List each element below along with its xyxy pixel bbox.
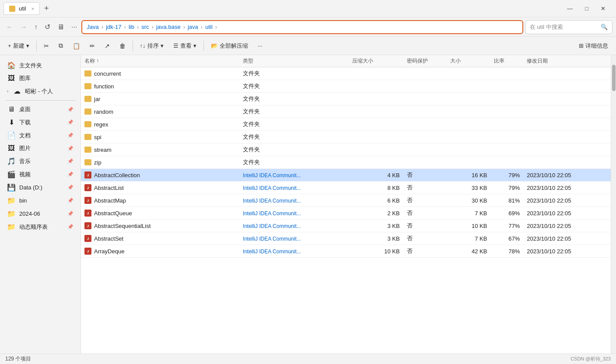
new-tab-button[interactable]: + (42, 3, 52, 14)
share-button[interactable]: ↗ (100, 41, 114, 51)
table-row[interactable]: J ArrayDeque IntelliJ IDEA Communit... 1… (81, 245, 611, 258)
col-header-size[interactable]: 大小 (447, 55, 490, 67)
file-name-cell: spi (81, 131, 239, 144)
table-row[interactable]: function 文件夹 (81, 80, 611, 93)
sidebar-item-pictures[interactable]: 🖼 图片 📌 (2, 142, 79, 154)
sidebar-item-dynamic[interactable]: 📁 动态顺序表 📌 (2, 220, 79, 233)
file-type-java: IntelliJ IDEA Communit... (243, 185, 301, 191)
sidebar-item-bin[interactable]: 📁 bin 📌 (2, 194, 79, 207)
rename-button[interactable]: ✏ (85, 41, 99, 51)
active-tab[interactable]: util × (4, 2, 40, 15)
breadcrumb-bar[interactable]: Java › jdk-17 › lib › src › java.base › … (81, 20, 523, 34)
sidebar-item-documents[interactable]: 📄 文档 📌 (2, 129, 79, 142)
file-name-cell: jar (81, 93, 239, 105)
sidebar-item-music[interactable]: 🎵 音乐 📌 (2, 155, 79, 168)
java-file-icon: J (84, 210, 91, 217)
more-options-button[interactable]: ··· (253, 41, 267, 51)
sidebar-item-2024[interactable]: 📁 2024-06 📌 (2, 207, 79, 220)
sidebar-item-videos[interactable]: 🎬 视频 📌 (2, 168, 79, 181)
sidebar-item-home[interactable]: 🏠 主文件夹 (2, 59, 79, 72)
file-date-cell (523, 67, 611, 80)
search-box[interactable]: 在 util 中搜索 🔍 (525, 20, 612, 34)
scrollbar-thumb[interactable] (612, 65, 616, 91)
sidebar-label-videos: 视频 (19, 171, 64, 178)
table-row[interactable]: regex 文件夹 (81, 118, 611, 131)
breadcrumb-java[interactable]: Java (87, 24, 98, 30)
breadcrumb-jdk17[interactable]: jdk-17 (106, 24, 121, 30)
back-button[interactable]: ← (4, 21, 16, 33)
sidebar-item-datad[interactable]: 💾 Data (D:) 📌 (2, 181, 79, 194)
table-row[interactable]: J AbstractCollection IntelliJ IDEA Commu… (81, 169, 611, 182)
sort-button[interactable]: ↑↓ 排序 ▾ (136, 40, 168, 52)
breadcrumb-javabase[interactable]: java.base (156, 24, 181, 30)
view-label: 查看 (180, 42, 192, 50)
pin-2024-icon: 📌 (67, 211, 74, 217)
table-row[interactable]: stream 文件夹 (81, 144, 611, 156)
window-controls: — □ ✕ (564, 4, 612, 13)
cut-button[interactable]: ✂ (39, 41, 53, 51)
maximize-button[interactable]: □ (581, 4, 592, 13)
paste-button[interactable]: 📋 (68, 41, 84, 51)
documents-icon: 📄 (7, 131, 16, 140)
col-header-date[interactable]: 修改日期 (523, 55, 611, 67)
table-row[interactable]: random 文件夹 (81, 105, 611, 118)
file-compressed-cell (349, 105, 403, 118)
new-button[interactable]: + 新建 ▾ (4, 40, 34, 52)
table-row[interactable]: concurrent 文件夹 (81, 67, 611, 80)
more-button[interactable]: ··· (69, 21, 80, 33)
table-row[interactable]: J AbstractSequentialList IntelliJ IDEA C… (81, 220, 611, 232)
file-type-folder: 文件夹 (243, 70, 260, 77)
col-header-compressed[interactable]: 压缩大小 (349, 55, 403, 67)
table-row[interactable]: J AbstractSet IntelliJ IDEA Communit... … (81, 232, 611, 245)
sort-dropdown-icon: ▾ (161, 42, 164, 49)
col-header-pw[interactable]: 密码保护 (403, 55, 447, 67)
breadcrumb-lib[interactable]: lib (129, 24, 134, 30)
tab-close-button[interactable]: × (32, 6, 34, 11)
table-row[interactable]: spi 文件夹 (81, 131, 611, 144)
sidebar-item-desktop[interactable]: 🖥 桌面 📌 (2, 103, 79, 116)
breadcrumb-sep-1: › (102, 24, 103, 30)
refresh-button[interactable]: ↺ (42, 21, 53, 33)
file-type-cell: 文件夹 (239, 118, 349, 131)
col-header-type[interactable]: 类型 (239, 55, 349, 67)
col-header-name[interactable]: 名称 ↑ (81, 55, 239, 67)
sidebar-item-downloads[interactable]: ⬇ 下载 📌 (2, 116, 79, 129)
file-type-cell: 文件夹 (239, 144, 349, 156)
file-ratio-cell: 78% (490, 245, 523, 258)
extract-label: 全部解压缩 (220, 42, 248, 50)
vertical-scrollbar[interactable] (611, 55, 616, 354)
table-row[interactable]: jar 文件夹 (81, 93, 611, 105)
file-name-label: AbstractList (94, 185, 124, 191)
table-row[interactable]: J AbstractQueue IntelliJ IDEA Communit..… (81, 207, 611, 220)
sidebar-label-2024: 2024-06 (19, 210, 64, 217)
copy-button[interactable]: ⧉ (54, 40, 67, 51)
java-file-icon: J (84, 172, 91, 178)
up-button[interactable]: ↑ (32, 21, 40, 33)
sidebar-item-cloud[interactable]: › ☁ 昭彬 - 个人 (2, 85, 79, 98)
extract-button[interactable]: 📂 全部解压缩 (206, 40, 252, 52)
bin-icon: 📁 (7, 196, 16, 205)
breadcrumb-util[interactable]: util (205, 24, 213, 30)
table-row[interactable]: J AbstractList IntelliJ IDEA Communit...… (81, 182, 611, 194)
delete-icon: 🗑 (119, 42, 126, 49)
breadcrumb-src[interactable]: src (141, 24, 149, 30)
share-icon: ↗ (105, 42, 110, 49)
file-ratio-cell (490, 144, 523, 156)
sidebar-item-gallery[interactable]: 🖼 图库 (2, 72, 79, 84)
file-type-cell: IntelliJ IDEA Communit... (239, 245, 349, 258)
delete-button[interactable]: 🗑 (115, 41, 130, 51)
table-row[interactable]: zip 文件夹 (81, 156, 611, 169)
tab-title: util (19, 5, 26, 12)
col-header-ratio[interactable]: 比率 (490, 55, 523, 67)
forward-button[interactable]: → (18, 21, 30, 33)
minimize-button[interactable]: — (564, 4, 576, 13)
view-button[interactable]: ☰ 查看 ▾ (169, 40, 201, 52)
details-button[interactable]: ⊞ 详细信息 (574, 40, 612, 52)
table-row[interactable]: J AbstractMap IntelliJ IDEA Communit... … (81, 194, 611, 207)
file-date-cell: 2023/10/10 22:05 (523, 232, 611, 245)
file-type-cell: IntelliJ IDEA Communit... (239, 194, 349, 207)
monitor-icon[interactable]: 🖥 (55, 21, 67, 33)
file-ratio-cell: 69% (490, 207, 523, 220)
breadcrumb-java2[interactable]: java (188, 24, 198, 30)
close-button[interactable]: ✕ (597, 4, 609, 13)
